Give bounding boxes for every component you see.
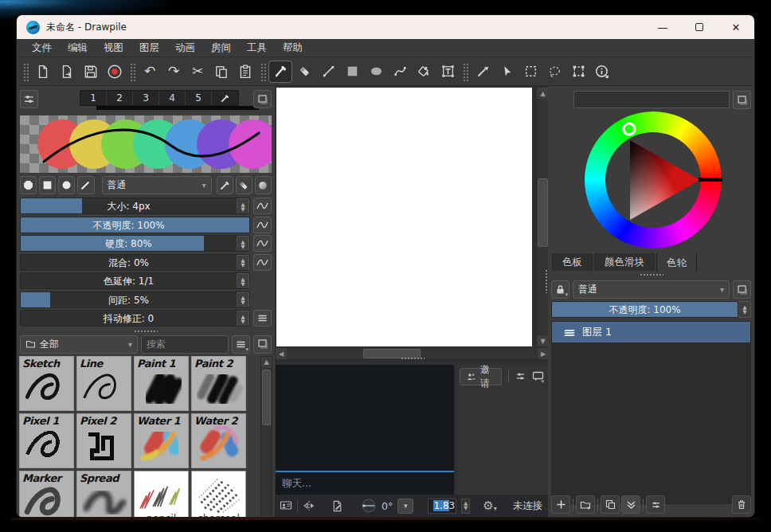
smudging-spinner[interactable]: ▲▼: [237, 255, 249, 271]
color-pickup-spinner[interactable]: ▲▼: [237, 273, 249, 289]
preset-paint-1[interactable]: Paint 1: [134, 356, 189, 411]
toolbar-drag-handle[interactable]: [22, 62, 29, 81]
eraser-slot[interactable]: [212, 91, 238, 105]
preset-water-1[interactable]: Water 1: [134, 413, 189, 468]
menu-layer[interactable]: 图层: [132, 40, 166, 57]
brush-slot-1[interactable]: 1: [80, 91, 107, 105]
menu-file[interactable]: 文件: [25, 40, 59, 57]
brush-shape-round-pixel-icon[interactable]: [20, 176, 37, 194]
canvas-vscrollbar[interactable]: ▲ ▼: [537, 88, 549, 346]
toolbar-drag-handle[interactable]: [260, 62, 266, 81]
draw-mode-icon[interactable]: [217, 176, 233, 194]
layer-row[interactable]: 图层 1: [552, 322, 750, 342]
rectangle-tool-button[interactable]: [340, 61, 364, 83]
tab-color-sliders[interactable]: 颜色滑块: [594, 253, 655, 271]
scrollbar-thumb[interactable]: [538, 178, 548, 247]
lasso-select-tool-button[interactable]: [542, 61, 566, 83]
opacity-curve-button[interactable]: [253, 217, 272, 233]
eraser-tool-button[interactable]: [292, 61, 316, 83]
layer-lock-icon[interactable]: ▾: [551, 280, 569, 299]
delete-layer-button[interactable]: [732, 495, 751, 514]
hue-marker[interactable]: [624, 123, 635, 135]
layer-blend-mode-dropdown[interactable]: 普通 ▾: [573, 280, 730, 299]
session-settings-icon[interactable]: [513, 367, 528, 385]
canvas-chat-splitter[interactable]: [275, 356, 550, 361]
duplicate-layer-button[interactable]: [601, 495, 620, 514]
layer-opacity-slider[interactable]: 不透明度: 100%: [551, 301, 738, 318]
canvas-mirror-icon[interactable]: [303, 500, 315, 511]
brush-slot-5[interactable]: 5: [186, 91, 212, 105]
color-name-input[interactable]: [573, 91, 730, 108]
brush-shape-square-icon[interactable]: [39, 176, 56, 194]
brush-slot-3[interactable]: 3: [133, 91, 159, 105]
size-spinner[interactable]: ▲▼: [237, 198, 249, 214]
zoom-spinner[interactable]: ▲▼: [461, 499, 470, 514]
new-file-button[interactable]: [31, 61, 55, 83]
toolbar-drag-handle[interactable]: [462, 62, 468, 81]
brush-tool-button[interactable]: [268, 61, 292, 83]
scroll-up-icon[interactable]: ▲: [261, 357, 272, 368]
redo-button[interactable]: ↷: [162, 61, 186, 83]
document-icon[interactable]: [331, 500, 343, 512]
float-dock-icon[interactable]: [253, 90, 272, 108]
menu-view[interactable]: 视图: [96, 40, 131, 57]
preset-search-input[interactable]: 搜索: [141, 335, 229, 354]
dock-splitter[interactable]: [550, 272, 752, 277]
smudging-curve-button[interactable]: [253, 254, 272, 271]
menu-help[interactable]: 帮助: [276, 40, 310, 57]
layer-properties-button[interactable]: [646, 495, 665, 514]
float-dock-icon[interactable]: [253, 335, 272, 354]
brush-settings-icon[interactable]: [20, 90, 38, 108]
scrollbar-thumb[interactable]: [262, 370, 271, 425]
preset-pixel-2[interactable]: Pixel 2: [76, 413, 131, 468]
add-group-button[interactable]: [576, 495, 595, 514]
brush-shape-soft-icon[interactable]: [58, 176, 75, 194]
undo-button[interactable]: ↶: [138, 61, 162, 83]
preset-category-dropdown[interactable]: 全部 ▾: [20, 335, 138, 354]
laser-pointer-tool-button[interactable]: [495, 61, 519, 83]
rotation-dial-icon[interactable]: [361, 498, 377, 514]
fill-tool-button[interactable]: [412, 61, 436, 83]
hardness-spinner[interactable]: ▲▼: [237, 236, 249, 252]
float-dock-icon[interactable]: [733, 280, 751, 299]
chat-input[interactable]: 聊天...: [276, 471, 454, 495]
chat-messages[interactable]: [276, 365, 454, 471]
merge-layer-button[interactable]: [621, 495, 640, 514]
stabilizer-slider[interactable]: 抖动修正: 0 ▲▼: [20, 310, 250, 327]
preset-line[interactable]: Line: [76, 356, 131, 411]
ellipse-tool-button[interactable]: [364, 61, 388, 83]
stabilizer-spinner[interactable]: ▲▼: [237, 311, 249, 327]
view-settings-gear-icon[interactable]: ⚙▾: [483, 500, 496, 512]
size-slider[interactable]: 大小: 4px ▲▼: [20, 198, 250, 214]
transform-tool-button[interactable]: [566, 61, 590, 83]
line-tool-button[interactable]: [316, 61, 340, 83]
preset-spread[interactable]: Spread: [76, 471, 131, 518]
size-curve-button[interactable]: [253, 198, 272, 214]
maximize-button[interactable]: [681, 15, 718, 39]
preset-charcoal[interactable]: charcoal: [191, 471, 246, 518]
spacing-spinner[interactable]: ▲▼: [237, 292, 249, 308]
save-button[interactable]: [79, 61, 103, 83]
add-layer-button[interactable]: [551, 495, 570, 514]
preset-pixel-1[interactable]: Pixel 1: [19, 413, 74, 468]
rotation-dropdown-icon[interactable]: ▾: [397, 499, 413, 514]
paste-button[interactable]: [233, 61, 257, 83]
inspector-tool-button[interactable]: [590, 61, 614, 83]
brush-shape-mypaint-icon[interactable]: [77, 176, 94, 194]
tab-color-wheel[interactable]: 色轮: [656, 253, 697, 272]
menu-animation[interactable]: 动画: [168, 40, 202, 57]
stabilizer-menu-button[interactable]: [253, 310, 272, 327]
open-file-button[interactable]: [55, 61, 79, 83]
spacing-slider[interactable]: 间距: 5% ▲▼: [20, 291, 250, 308]
text-tool-button[interactable]: [436, 61, 460, 83]
toolbar-drag-handle[interactable]: [129, 62, 135, 81]
scroll-up-icon[interactable]: ▲: [537, 88, 549, 99]
hardness-slider[interactable]: 硬度: 80% ▲▼: [20, 235, 250, 252]
drawing-canvas[interactable]: [276, 88, 532, 346]
title-bar[interactable]: 未命名 - Drawpile — ✕: [17, 15, 754, 39]
brush-slot-2[interactable]: 2: [107, 91, 133, 105]
smudging-slider[interactable]: 混合: 0% ▲▼: [20, 254, 250, 271]
smudge-mode-icon[interactable]: [255, 176, 272, 194]
preset-paint-2[interactable]: Paint 2: [191, 356, 246, 411]
rect-select-tool-button[interactable]: [519, 61, 542, 83]
